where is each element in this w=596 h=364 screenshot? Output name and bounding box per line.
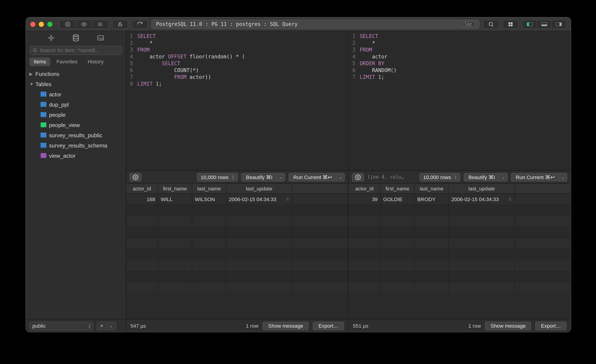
beautify-main[interactable]: Beautify ⌘I: [464, 173, 499, 181]
svg-rect-15: [527, 22, 529, 26]
col-last-name[interactable]: last_name: [192, 184, 226, 193]
database-icon[interactable]: [72, 34, 80, 43]
results-right: actor_id first_name last_name last_updat…: [349, 184, 571, 319]
table-item-label: survey_results_public: [49, 132, 102, 138]
list-button[interactable]: [92, 20, 108, 28]
sql-editor-left[interactable]: 12345678 SELECT * FROM actor OFFSET floo…: [126, 31, 348, 171]
table-item-survey_results_schema[interactable]: survey_results_schema: [26, 140, 126, 150]
table-item-people_view[interactable]: people_view: [26, 120, 126, 130]
table-icon: [40, 112, 46, 117]
col-last-update[interactable]: last_update: [226, 184, 292, 193]
table-item-label: view_actor: [49, 152, 76, 159]
col-last-name[interactable]: last_name: [415, 184, 449, 193]
row-limit-select-right[interactable]: 10,000 rows▴▾: [419, 173, 461, 181]
tree-group-functions[interactable]: ▶ Functions: [26, 69, 126, 79]
editor-code[interactable]: SELECT * FROM actor ORDER BY RANDOM() LI…: [357, 31, 571, 171]
cell-first-name: WILL: [158, 194, 192, 205]
row-count: 1 row: [468, 323, 481, 328]
export-button[interactable]: Export…: [313, 321, 344, 330]
sidebar-tab-history[interactable]: History: [83, 58, 108, 66]
svg-rect-11: [511, 22, 513, 24]
export-button[interactable]: Export…: [536, 321, 566, 330]
show-message-button[interactable]: Show message: [485, 321, 531, 330]
stepper-icon: ▴▾: [455, 174, 457, 180]
cell-last-name: WILSON: [192, 194, 226, 205]
query-pane-left: 12345678 SELECT * FROM actor OFFSET floo…: [126, 31, 348, 332]
col-last-update[interactable]: last_update: [449, 184, 515, 193]
sidebar-search[interactable]: [29, 46, 122, 55]
sql-icon[interactable]: SQL: [97, 34, 104, 43]
left-panel-toggle[interactable]: [522, 20, 537, 28]
breadcrumb-path[interactable]: PostgreSQL 11.0 : PG 11 : postgres : SQL…: [151, 19, 480, 29]
schema-select[interactable]: public ▴▾: [29, 321, 93, 330]
cancel-button[interactable]: [60, 20, 76, 28]
sidebar-search-input[interactable]: [40, 47, 119, 53]
result-row[interactable]: 39 GOLDIE BRODY 2006-02-15 04:34:33⇅: [349, 194, 571, 205]
editor-code[interactable]: SELECT * FROM actor OFFSET floor(random(…: [135, 31, 348, 171]
connection-icon[interactable]: [47, 34, 55, 43]
run-button-right: Run Current ⌘↩ ⌄: [511, 173, 567, 181]
query-settings-button[interactable]: [352, 173, 364, 181]
view-icon: [40, 122, 46, 127]
cursor-status: line 4, colum…: [367, 174, 406, 180]
stepper-icon: ▴▾: [232, 174, 234, 180]
sidebar-tab-favorites[interactable]: Favorites: [52, 58, 82, 66]
table-item-view_actor[interactable]: view_actor: [26, 150, 126, 161]
run-dropdown[interactable]: ⌄: [559, 173, 567, 181]
refresh-button[interactable]: [132, 19, 148, 29]
sidebar-tree: ▶ Functions ▼ Tables actordup_pplpeoplep…: [26, 68, 126, 319]
col-empty: [515, 184, 571, 193]
tree-group-tables[interactable]: ▼ Tables: [26, 79, 126, 89]
table-item-dup_ppl[interactable]: dup_ppl: [26, 99, 126, 110]
main-area: 12345678 SELECT * FROM actor OFFSET floo…: [126, 31, 571, 332]
results-header: actor_id first_name last_name last_updat…: [349, 184, 571, 194]
svg-point-3: [83, 23, 85, 25]
query-toolbar-left: 10,000 rows▴▾ Beautify ⌘I ⌄ Run Current …: [126, 171, 348, 184]
add-button[interactable]: +: [97, 322, 107, 330]
gear-icon: [133, 174, 138, 180]
col-actor-id[interactable]: actor_id: [349, 184, 381, 193]
col-first-name[interactable]: first_name: [158, 184, 192, 193]
svg-line-25: [36, 51, 37, 52]
table-item-actor[interactable]: actor: [26, 89, 126, 99]
table-item-people[interactable]: people: [26, 110, 126, 120]
col-actor-id[interactable]: actor_id: [126, 184, 158, 193]
result-row[interactable]: 168 WILL WILSON 2006-02-15 04:34:33⇅: [126, 194, 348, 205]
preview-button[interactable]: [76, 20, 92, 28]
close-window-button[interactable]: [30, 22, 36, 27]
run-dropdown[interactable]: ⌄: [336, 173, 345, 181]
sort-icon[interactable]: ⇅: [286, 197, 289, 201]
svg-point-26: [135, 176, 136, 178]
beautify-dropdown[interactable]: ⌄: [499, 173, 508, 181]
lock-button[interactable]: [112, 19, 128, 29]
row-count: 1 row: [246, 323, 258, 328]
query-settings-button[interactable]: [130, 173, 142, 181]
beautify-main[interactable]: Beautify ⌘I: [241, 173, 277, 181]
cell-last-name: BRODY: [415, 194, 449, 205]
grid-view-button[interactable]: [503, 19, 519, 29]
table-item-survey_results_public[interactable]: survey_results_public: [26, 130, 126, 140]
beautify-dropdown[interactable]: ⌄: [277, 173, 285, 181]
zoom-window-button[interactable]: [47, 22, 52, 27]
add-remove-stepper: + ⌄: [97, 321, 116, 330]
bottom-panel-toggle[interactable]: [537, 20, 552, 28]
dropdown-button[interactable]: ⌄: [107, 322, 116, 330]
show-message-button[interactable]: Show message: [262, 321, 309, 330]
cell-actor-id: 39: [349, 194, 381, 205]
cell-last-update: 2006-02-15 04:34:33⇅: [449, 194, 515, 205]
search-icon: [32, 48, 38, 53]
table-icon: [40, 143, 46, 148]
svg-text:SQL: SQL: [99, 37, 104, 39]
run-main[interactable]: Run Current ⌘↩: [289, 173, 336, 181]
row-limit-select-left[interactable]: 10,000 rows▴▾: [197, 173, 238, 181]
search-button[interactable]: [483, 19, 499, 29]
col-first-name[interactable]: first_name: [380, 184, 415, 193]
svg-point-21: [74, 35, 79, 36]
run-main[interactable]: Run Current ⌘↩: [511, 173, 559, 181]
sort-icon[interactable]: ⇅: [508, 197, 512, 201]
right-panel-toggle[interactable]: [551, 20, 566, 28]
minimize-window-button[interactable]: [39, 22, 44, 27]
sql-editor-right[interactable]: 1234567 SELECT * FROM actor ORDER BY RAN…: [349, 31, 571, 171]
table-item-label: survey_results_schema: [49, 142, 107, 148]
sidebar-tab-items[interactable]: Items: [29, 58, 51, 66]
